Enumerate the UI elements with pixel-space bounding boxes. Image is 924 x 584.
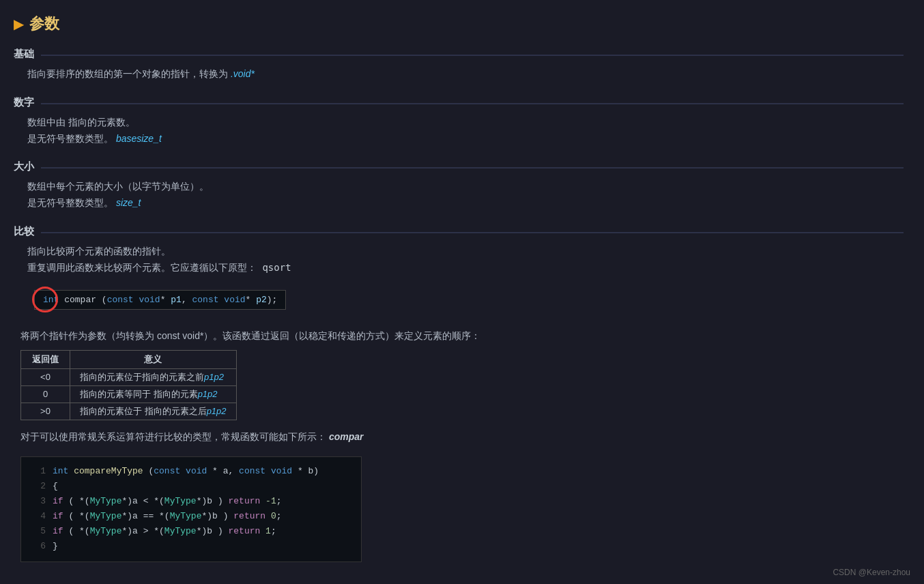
- param-p1: p1: [171, 295, 182, 305]
- table-row: >0 指向的元素位于 指向的元素之后p1p2: [21, 403, 237, 420]
- section-number-label: 数字: [14, 96, 34, 109]
- code-compar: compar (: [59, 295, 106, 305]
- code-line-3: 3 if ( *(MyType*)a < *(MyType*)b ) retur…: [32, 494, 350, 509]
- keyword-const1: const: [107, 295, 134, 305]
- compare-proto-ref: qsort: [257, 262, 291, 273]
- section-base-divider: [41, 55, 904, 56]
- table-cell-value-1: <0: [21, 368, 70, 385]
- section-base-content: 指向要排序的数组的第一个对象的指针，转换为 .void*: [14, 63, 904, 89]
- base-code-ref: .void*: [231, 68, 255, 79]
- section-size-content: 数组中每个元素的大小（以字节为单位）。 是无符号整数类型。 size_t: [14, 176, 904, 218]
- bold-compar: compar: [326, 431, 363, 442]
- italic-p1p2-1: p1p2: [204, 372, 224, 382]
- table-header-meaning: 意义: [70, 350, 237, 368]
- section-compare-label: 比较: [14, 225, 34, 238]
- line-num-3: 3: [32, 494, 46, 509]
- compare-after-code: 将两个指针作为参数（均转换为 const void*）。该函数通过返回（以稳定和…: [20, 327, 897, 345]
- section-size-label: 大小: [14, 160, 34, 173]
- title-row: ▶ 参数: [14, 14, 904, 34]
- section-number-header-row: 数字: [14, 96, 904, 109]
- inline-code-block: int compar (const void* p1, const void* …: [34, 290, 286, 310]
- code-text-5: if ( *(MyType*)a > *(MyType*)b ) return …: [53, 524, 276, 539]
- code-text-1: int compareMyType (const void * a, const…: [53, 464, 319, 479]
- table-cell-meaning-2: 指向的元素等同于 指向的元素p1p2: [70, 385, 237, 403]
- table-cell-value-3: >0: [21, 403, 70, 420]
- code-text-4: if ( *(MyType*)a == *(MyType*)b ) return…: [53, 509, 282, 524]
- section-compare-content: 指向比较两个元素的函数的指针。 重复调用此函数来比较两个元素。它应遵循以下原型：…: [14, 241, 904, 283]
- italic-p1p2-2: p1p2: [198, 389, 218, 399]
- line-num-1: 1: [32, 464, 46, 479]
- table-header-return: 返回值: [21, 350, 70, 368]
- code-line-2: 2 {: [32, 479, 350, 494]
- section-size-divider: [41, 167, 904, 169]
- section-compare: 比较 指向比较两个元素的函数的指针。 重复调用此函数来比较两个元素。它应遵循以下…: [14, 225, 904, 573]
- csdn-footer: CSDN @Keven-zhou: [833, 568, 910, 577]
- code-line-4: 4 if ( *(MyType*)a == *(MyType*)b ) retu…: [32, 509, 350, 524]
- page-title: 参数: [29, 14, 59, 34]
- section-base: 基础 指向要排序的数组的第一个对象的指针，转换为 .void*: [14, 48, 904, 89]
- line-num-6: 6: [32, 539, 46, 554]
- section-compare-header-row: 比较: [14, 225, 904, 238]
- line-num-5: 5: [32, 524, 46, 539]
- code-text-6: }: [53, 539, 58, 554]
- line-num-4: 4: [32, 509, 46, 524]
- return-table: 返回值 意义 <0 指向的元素位于指向的元素之前p1p2 0 指向的元素等同于 …: [20, 350, 237, 420]
- table-cell-meaning-3: 指向的元素位于 指向的元素之后p1p2: [70, 403, 237, 420]
- table-row: <0 指向的元素位于指向的元素之前p1p2: [21, 368, 237, 385]
- section-base-header-row: 基础: [14, 48, 904, 61]
- arrow-icon: ▶: [14, 16, 24, 32]
- italic-p1p2-3: p1p2: [207, 406, 227, 416]
- code-text-3: if ( *(MyType*)a < *(MyType*)b ) return …: [53, 494, 282, 509]
- inline-code-wrapper: int compar (const void* p1, const void* …: [27, 286, 286, 317]
- line-num-2: 2: [32, 479, 46, 494]
- code-line-1: 1 int compareMyType (const void * a, con…: [32, 464, 350, 479]
- page-container: ▶ 参数 基础 指向要排序的数组的第一个对象的指针，转换为 .void* 数字 …: [0, 0, 924, 584]
- regular-func-description: 对于可以使用常规关系运算符进行比较的类型，常规函数可能如下所示： compar: [20, 428, 897, 446]
- large-code-block: 1 int compareMyType (const void * a, con…: [20, 456, 362, 562]
- section-number: 数字 数组中由 指向的元素数。 是无符号整数类型。 basesize_t: [14, 96, 904, 154]
- keyword-void1: void: [139, 295, 160, 305]
- section-base-label: 基础: [14, 48, 34, 61]
- keyword-void2: void: [224, 295, 245, 305]
- section-size: 大小 数组中每个元素的大小（以字节为单位）。 是无符号整数类型。 size_t: [14, 160, 904, 218]
- code-line-6: 6 }: [32, 539, 350, 554]
- param-p2: p2: [256, 295, 267, 305]
- table-cell-value-2: 0: [21, 385, 70, 403]
- keyword-int: int: [43, 295, 59, 305]
- size-code-ref: size_t: [113, 197, 141, 208]
- number-code-ref: basesize_t: [113, 133, 162, 144]
- keyword-const2: const: [192, 295, 219, 305]
- table-row: 0 指向的元素等同于 指向的元素p1p2: [21, 385, 237, 403]
- section-number-content: 数组中由 指向的元素数。 是无符号整数类型。 basesize_t: [14, 112, 904, 154]
- table-cell-meaning-1: 指向的元素位于指向的元素之前p1p2: [70, 368, 237, 385]
- code-line-5: 5 if ( *(MyType*)a > *(MyType*)b ) retur…: [32, 524, 350, 539]
- code-text-2: {: [53, 479, 58, 494]
- section-compare-divider: [41, 232, 904, 233]
- section-number-divider: [41, 103, 904, 104]
- section-size-header-row: 大小: [14, 160, 904, 173]
